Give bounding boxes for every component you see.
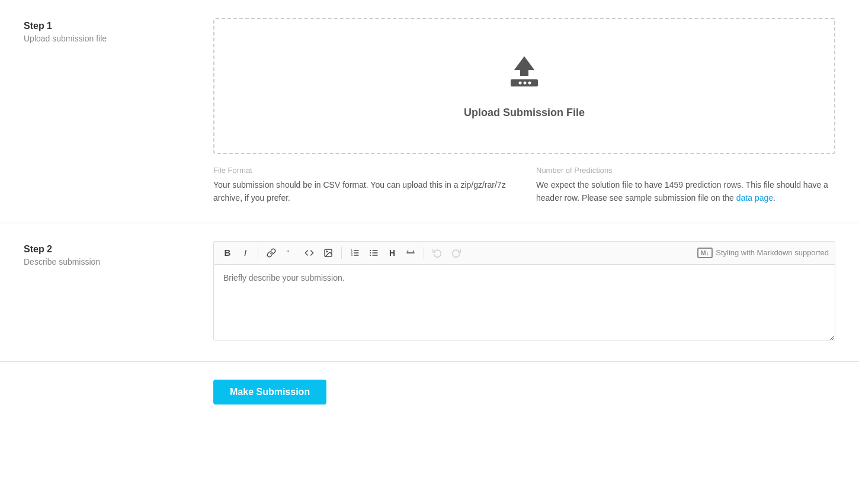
svg-point-19 <box>370 255 371 256</box>
step1-description: Upload submission file <box>24 34 213 43</box>
svg-point-3 <box>524 81 527 84</box>
step1-content: Upload Submission File File Format Your … <box>213 18 835 205</box>
svg-text:": " <box>286 248 289 257</box>
data-page-link[interactable]: data page <box>736 193 773 203</box>
file-format-title: File Format <box>213 166 512 175</box>
redo-button[interactable] <box>448 245 464 261</box>
svg-point-4 <box>528 81 531 84</box>
step1-label: Step 1 Upload submission file <box>24 18 213 205</box>
markdown-badge: M↓ Styling with Markdown supported <box>697 248 829 258</box>
step1-number: Step 1 <box>24 21 213 31</box>
description-textarea[interactable] <box>213 264 835 341</box>
heading-button[interactable]: H <box>384 245 400 261</box>
upload-label: Upload Submission File <box>464 107 585 119</box>
predictions-text-1: We expect the solution file to have 1459… <box>536 180 828 203</box>
horizontal-rule-button[interactable] <box>402 245 419 261</box>
file-format-col: File Format Your submission should be in… <box>213 166 512 205</box>
link-button[interactable] <box>263 245 280 261</box>
submit-button[interactable]: Make Submission <box>213 380 326 405</box>
image-button[interactable] <box>320 245 336 261</box>
step1-section: Step 1 Upload submission file <box>0 0 859 223</box>
svg-point-7 <box>326 251 328 252</box>
svg-text:3.: 3. <box>351 253 353 256</box>
bottom-section: Make Submission <box>0 362 859 422</box>
undo-button[interactable] <box>429 245 445 261</box>
file-format-body: Your submission should be in CSV format.… <box>213 178 512 205</box>
svg-point-18 <box>370 252 371 253</box>
markdown-toolbar: B I " <box>213 241 835 264</box>
predictions-body: We expect the solution file to have 1459… <box>536 178 835 205</box>
ordered-list-button[interactable]: 1. 2. 3. <box>347 245 363 261</box>
markdown-icon: M↓ <box>697 248 713 258</box>
svg-marker-0 <box>514 56 534 76</box>
page-container: Step 1 Upload submission file <box>0 0 859 504</box>
toolbar-separator-1 <box>258 247 258 259</box>
italic-button[interactable]: I <box>238 245 253 261</box>
quote-button[interactable]: " <box>282 245 299 261</box>
file-info: File Format Your submission should be in… <box>213 166 835 205</box>
step2-label: Step 2 Describe submission <box>24 241 213 344</box>
step2-number: Step 2 <box>24 244 213 255</box>
svg-point-17 <box>370 250 371 251</box>
predictions-text-2: . <box>773 193 775 203</box>
unordered-list-button[interactable] <box>366 245 382 261</box>
predictions-title: Number of Predictions <box>536 166 835 175</box>
predictions-col: Number of Predictions We expect the solu… <box>536 166 835 205</box>
toolbar-separator-3 <box>424 247 424 259</box>
step2-section: Step 2 Describe submission B I " <box>0 223 859 362</box>
bold-button[interactable]: B <box>220 245 235 261</box>
upload-dropzone[interactable]: Upload Submission File <box>213 18 835 154</box>
step2-content: B I " <box>213 241 835 344</box>
upload-icon <box>504 53 545 97</box>
toolbar-separator-2 <box>341 247 342 259</box>
code-button[interactable] <box>301 245 318 261</box>
markdown-label: Styling with Markdown supported <box>716 248 829 257</box>
svg-point-2 <box>519 81 522 84</box>
step2-description: Describe submission <box>24 257 213 267</box>
